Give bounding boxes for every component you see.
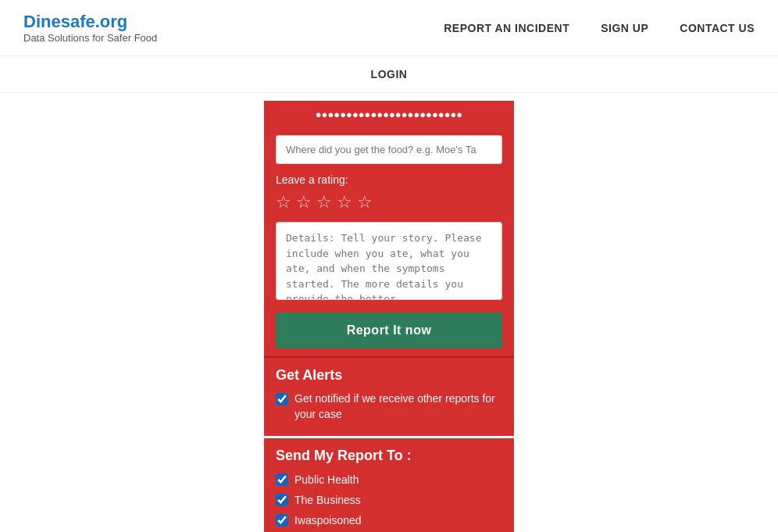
notify-checkbox-row: Get notified if we receive other reports… xyxy=(276,391,502,422)
send-section: Send My Report To : Public Health The Bu… xyxy=(264,436,514,532)
public-health-label[interactable]: Public Health xyxy=(294,473,359,486)
form-container: ●●●●●●●●●●●●●●●●●●●●●●●● Leave a rating:… xyxy=(264,101,514,532)
stars-container: ☆ ☆ ☆ ☆ ☆ xyxy=(276,192,502,212)
the-business-checkbox[interactable] xyxy=(276,494,288,506)
form-header-bar: ●●●●●●●●●●●●●●●●●●●●●●●● xyxy=(264,101,514,127)
the-business-label[interactable]: The Business xyxy=(294,494,361,506)
nav-contact-us[interactable]: CONTACT US xyxy=(680,22,755,34)
star-1[interactable]: ☆ xyxy=(276,192,291,212)
iwaspoisoned-label[interactable]: Iwaspoisoned xyxy=(294,514,362,527)
notify-label[interactable]: Get notified if we receive other reports… xyxy=(294,391,502,422)
public-health-checkbox[interactable] xyxy=(276,473,288,486)
report-button[interactable]: Report It now xyxy=(276,312,502,348)
send-public-health-row: Public Health xyxy=(276,473,502,486)
secondary-nav: LOGIN xyxy=(0,56,778,93)
header: Dinesafe.org Data Solutions for Safer Fo… xyxy=(0,0,778,56)
alerts-section: Get Alerts Get notified if we receive ot… xyxy=(264,356,514,436)
star-3[interactable]: ☆ xyxy=(316,192,332,212)
alerts-title: Get Alerts xyxy=(276,367,502,384)
star-2[interactable]: ☆ xyxy=(296,192,312,212)
nav-report-incident[interactable]: REPORT AN INCIDENT xyxy=(444,22,569,34)
nav-login[interactable]: LOGIN xyxy=(371,68,408,80)
send-business-row: The Business xyxy=(276,494,502,506)
iwaspoisoned-checkbox[interactable] xyxy=(276,514,288,527)
main-content: ●●●●●●●●●●●●●●●●●●●●●●●● Leave a rating:… xyxy=(0,93,778,532)
star-4[interactable]: ☆ xyxy=(337,192,352,212)
logo-link[interactable]: Dinesafe.org xyxy=(23,12,157,32)
send-iwaspoisoned-row: Iwaspoisoned xyxy=(276,514,502,527)
details-textarea[interactable] xyxy=(276,222,502,300)
star-5[interactable]: ☆ xyxy=(357,192,373,212)
location-input[interactable] xyxy=(276,135,502,164)
form-header-text: ●●●●●●●●●●●●●●●●●●●●●●●● xyxy=(316,109,462,120)
notify-checkbox[interactable] xyxy=(276,393,288,405)
logo-tagline: Data Solutions for Safer Food xyxy=(23,32,157,44)
rating-label: Leave a rating: xyxy=(276,173,502,186)
logo-area: Dinesafe.org Data Solutions for Safer Fo… xyxy=(23,12,157,44)
form-section: Leave a rating: ☆ ☆ ☆ ☆ ☆ Report It now xyxy=(264,127,514,356)
send-title: Send My Report To : xyxy=(276,448,502,464)
main-nav: REPORT AN INCIDENT SIGN UP CONTACT US xyxy=(444,22,755,34)
nav-sign-up[interactable]: SIGN UP xyxy=(601,22,648,34)
